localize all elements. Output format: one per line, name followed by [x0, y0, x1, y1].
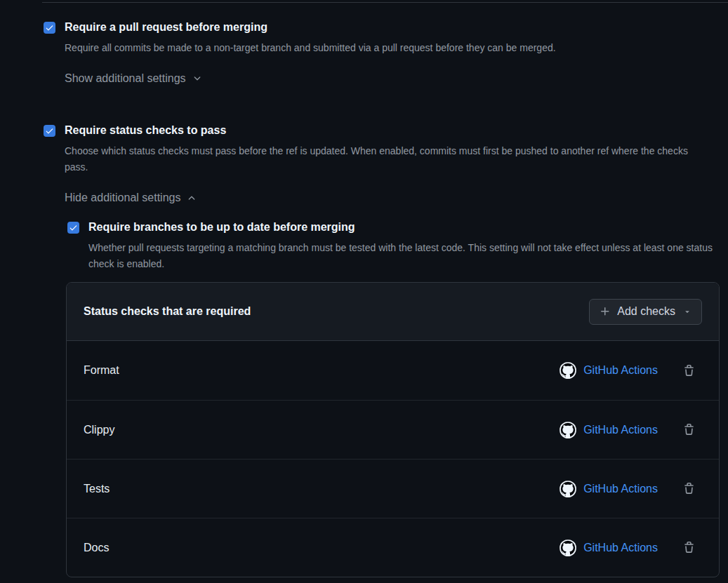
trash-icon — [683, 365, 695, 377]
toggle-label: Hide additional settings — [65, 192, 180, 204]
github-actions-avatar-icon — [560, 422, 576, 438]
status-check-row: Tests GitHub Actions — [67, 459, 719, 518]
require-status-checks-checkbox[interactable] — [44, 125, 55, 137]
status-check-name: Docs — [84, 542, 109, 554]
rule-section-pull-request: Require a pull request before merging Re… — [44, 19, 720, 87]
require-pull-request-checkbox[interactable] — [44, 22, 55, 34]
add-checks-label: Add checks — [617, 305, 675, 318]
section-divider — [42, 2, 728, 3]
status-check-name: Tests — [84, 483, 110, 495]
rule-description: Require all commits be made to a non-tar… — [65, 40, 720, 56]
status-check-row: Clippy GitHub Actions — [67, 400, 719, 459]
hide-additional-settings-toggle[interactable]: Hide additional settings — [65, 189, 197, 206]
check-icon — [69, 223, 78, 232]
panel-title: Status checks that are required — [84, 305, 251, 318]
branch-rules-settings: Require a pull request before merging Re… — [0, 0, 728, 577]
github-actions-link[interactable]: GitHub Actions — [583, 424, 658, 436]
trash-icon — [683, 542, 695, 554]
status-checks-panel: Status checks that are required Add chec… — [66, 282, 720, 577]
status-check-name: Clippy — [84, 424, 114, 436]
remove-check-button[interactable] — [683, 424, 695, 436]
rule-description: Choose which status checks must pass bef… — [65, 143, 689, 175]
check-icon — [45, 126, 54, 135]
nested-setting-up-to-date: Require branches to be up to date before… — [67, 219, 720, 272]
rule-section-status-checks: Require status checks to pass Choose whi… — [44, 122, 720, 577]
plus-icon — [600, 306, 611, 317]
status-check-name: Format — [84, 364, 119, 377]
chevron-up-icon — [187, 193, 197, 203]
github-actions-link[interactable]: GitHub Actions — [583, 542, 658, 554]
github-actions-link[interactable]: GitHub Actions — [583, 364, 658, 377]
github-actions-link[interactable]: GitHub Actions — [583, 483, 658, 495]
nested-setting-description: Whether pull requests targeting a matchi… — [88, 240, 720, 272]
status-check-row: Docs GitHub Actions — [67, 518, 719, 577]
trash-icon — [683, 424, 695, 436]
status-checks-panel-header: Status checks that are required Add chec… — [67, 283, 719, 341]
trash-icon — [683, 483, 695, 495]
chevron-down-icon — [192, 74, 202, 83]
add-checks-button[interactable]: Add checks — [589, 299, 702, 325]
rule-title: Require status checks to pass — [65, 124, 226, 137]
github-actions-avatar-icon — [560, 362, 576, 379]
status-check-row: Format GitHub Actions — [67, 341, 719, 400]
nested-setting-title: Require branches to be up to date before… — [88, 221, 355, 234]
remove-check-button[interactable] — [683, 542, 695, 554]
show-additional-settings-toggle[interactable]: Show additional settings — [65, 70, 202, 87]
toggle-label: Show additional settings — [65, 72, 186, 85]
github-actions-avatar-icon — [560, 481, 576, 497]
require-up-to-date-checkbox[interactable] — [67, 222, 79, 234]
github-actions-avatar-icon — [560, 540, 576, 556]
remove-check-button[interactable] — [683, 483, 695, 495]
check-icon — [45, 23, 54, 32]
triangle-down-icon — [683, 307, 691, 316]
remove-check-button[interactable] — [683, 365, 695, 377]
rule-title: Require a pull request before merging — [65, 21, 267, 34]
